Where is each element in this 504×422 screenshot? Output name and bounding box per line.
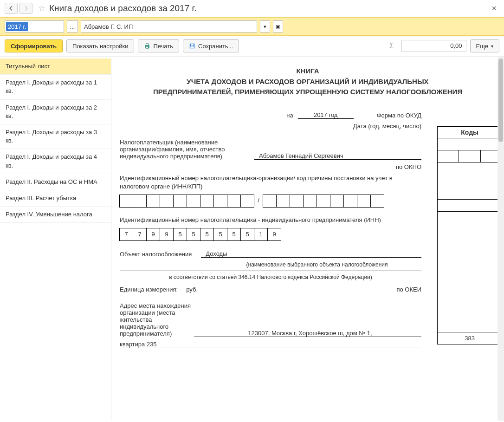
form-okud-label: Форма по ОКУД <box>377 112 421 119</box>
unit-value: руб. <box>186 286 198 293</box>
object-label: Объект налогообложения <box>120 251 192 258</box>
law-note: в соответствии со статьей 346.14 Налогов… <box>120 274 421 280</box>
taxpayer-label: Налогоплательщик (наименование организац… <box>120 139 250 160</box>
sum-field[interactable]: 0,00 <box>401 40 466 52</box>
document-title: КНИГА УЧЕТА ДОХОДОВ И РАСХОДОВ ОРГАНИЗАЦ… <box>148 66 468 97</box>
date-month-cell <box>459 150 480 162</box>
okud-cell <box>438 138 502 150</box>
svg-rect-2 <box>146 47 149 49</box>
year-value: 2017 год <box>298 111 354 119</box>
scrollbar-thumb[interactable] <box>498 58 503 142</box>
organization-select[interactable]: Абрамов Г. С. ИП <box>81 20 257 32</box>
inn-kpp-cells: / <box>120 195 421 208</box>
object-note: (наименование выбранного объекта налогоо… <box>213 261 421 268</box>
taxpayer-name: Абрамов Геннадий Сергеевич <box>254 152 421 160</box>
sidebar-item-section1-q1[interactable]: Раздел I. Доходы и расходы за 1 кв. <box>0 75 111 99</box>
address-line2: квартира 235 <box>120 341 421 348</box>
more-button[interactable]: Еще ▾ <box>470 39 499 52</box>
svg-rect-4 <box>191 44 193 46</box>
svg-rect-5 <box>191 46 194 48</box>
forward-button[interactable] <box>19 3 32 14</box>
inn-ip-label: Идентификационный номер налогоплательщик… <box>120 216 421 224</box>
show-settings-button[interactable]: Показать настройки <box>66 39 134 52</box>
codes-box: Коды 383 <box>437 126 502 344</box>
okpo-label: по ОКПО <box>396 163 421 170</box>
filter-bar: 2017 г. ... Абрамов Г. С. ИП ▾ ▣ <box>0 17 504 36</box>
date-label: Дата (год, месяц, число) <box>353 123 421 130</box>
print-button[interactable]: Печать <box>138 39 179 52</box>
svg-rect-1 <box>146 44 149 45</box>
close-button[interactable]: × <box>489 4 499 13</box>
address-line1: 123007, Москва г, Хорошёвское ш, дом № 1… <box>194 330 421 337</box>
scrollbar[interactable] <box>498 57 504 421</box>
save-button[interactable]: Сохранить... <box>183 39 239 52</box>
sidebar: Титульный лист Раздел I. Доходы и расход… <box>0 57 111 421</box>
sidebar-item-section3[interactable]: Раздел III. Расчет убытка <box>0 190 111 207</box>
codes-header: Коды <box>438 127 502 138</box>
form-button[interactable]: Сформировать <box>5 39 63 52</box>
period-input[interactable]: 2017 г. <box>5 20 64 32</box>
okei-cell: 383 <box>438 332 502 344</box>
favorite-star-icon[interactable]: ☆ <box>38 3 45 13</box>
sidebar-item-section4[interactable]: Раздел IV. Уменьшение налога <box>0 207 111 223</box>
disk-icon <box>189 43 195 49</box>
titlebar: ☆ Книга доходов и расходов за 2017 г. × <box>0 0 504 17</box>
okpo-cell <box>438 200 502 212</box>
inn-kpp-label: Идентификационный номер налогоплательщик… <box>120 174 421 191</box>
back-button[interactable] <box>5 3 18 14</box>
sidebar-item-section2[interactable]: Раздел II. Расходы на ОС и НМА <box>0 174 111 190</box>
object-value: Доходы <box>201 250 421 258</box>
spacer-cell <box>438 162 502 200</box>
period-picker-button[interactable]: ... <box>67 20 78 32</box>
sidebar-item-title-page[interactable]: Титульный лист <box>0 58 111 75</box>
inn-ip-cells: 7 7 9 9 5 5 5 5 5 5 1 9 <box>120 228 421 241</box>
organization-value: Абрамов Г. С. ИП <box>84 23 133 30</box>
sidebar-item-section1-q3[interactable]: Раздел I. Доходы и расходы за 3 кв. <box>0 124 111 149</box>
page-title: Книга доходов и расходов за 2017 г. <box>49 3 196 13</box>
okei-label: по ОКЕИ <box>396 286 421 293</box>
organization-open-button[interactable]: ▣ <box>273 20 283 32</box>
spacer-cell-2 <box>438 212 502 332</box>
date-year-cell <box>438 150 459 162</box>
printer-icon <box>144 43 150 49</box>
sidebar-item-section1-q4[interactable]: Раздел I. Доходы и расходы за 4 кв. <box>0 149 111 174</box>
address-label: Адрес места нахождения организации (мест… <box>120 302 194 337</box>
sidebar-item-section1-q2[interactable]: Раздел I. Доходы и расходы за 2 кв. <box>0 100 111 124</box>
toolbar: Сформировать Показать настройки Печать С… <box>0 36 504 57</box>
document-content: КНИГА УЧЕТА ДОХОДОВ И РАСХОДОВ ОРГАНИЗАЦ… <box>111 57 504 357</box>
unit-label: Единица измерения: <box>120 286 178 293</box>
period-value: 2017 г. <box>6 22 28 31</box>
organization-dropdown-button[interactable]: ▾ <box>260 20 270 32</box>
sigma-icon: Σ <box>386 42 398 50</box>
